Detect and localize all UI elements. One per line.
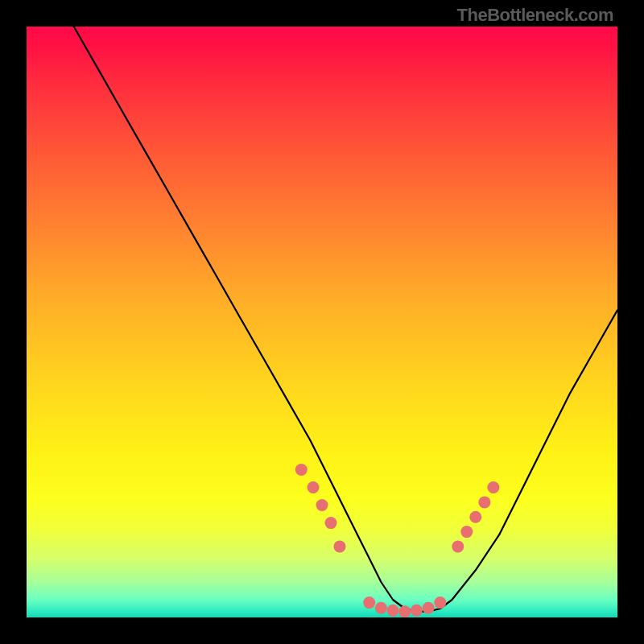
plot-area <box>27 27 617 617</box>
marker-dot <box>316 499 328 511</box>
marker-dot <box>375 602 387 614</box>
marker-dot <box>363 597 375 609</box>
marker-dot <box>334 540 346 552</box>
marker-dot <box>325 517 337 529</box>
marker-dot <box>452 540 464 552</box>
marker-dot <box>387 605 399 617</box>
marker-dot <box>478 496 490 508</box>
marker-dot <box>308 481 320 493</box>
marker-dot <box>487 481 499 493</box>
bottleneck-curve <box>27 27 617 617</box>
marker-dot <box>423 602 435 614</box>
marker-dot <box>411 605 423 617</box>
chart-frame: TheBottleneck.com <box>0 0 644 644</box>
attribution-text: TheBottleneck.com <box>457 5 613 26</box>
marker-dot <box>460 526 473 538</box>
marker-dot <box>295 464 308 476</box>
marker-dot <box>469 511 481 523</box>
marker-dot <box>398 605 411 617</box>
marker-dot <box>434 597 446 609</box>
curve-path <box>74 27 617 612</box>
